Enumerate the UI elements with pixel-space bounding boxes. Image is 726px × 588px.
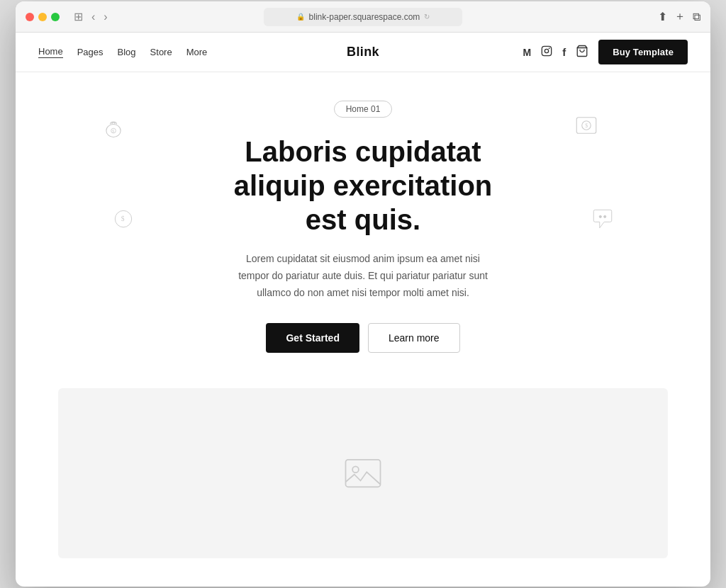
refresh-icon[interactable]: ↻ [424,13,430,21]
buy-template-button[interactable]: Buy Template [598,40,688,64]
svg-point-13 [604,216,606,218]
hero-tag: Home 01 [334,101,393,118]
nav-link-home[interactable]: Home [38,46,63,58]
minimize-button[interactable] [38,13,47,21]
nav-link-store[interactable]: Store [150,47,172,57]
svg-text:$: $ [112,129,114,133]
lock-icon: 🔒 [296,13,305,21]
image-placeholder [343,453,383,493]
money-bag-icon-topleft: $ [101,115,126,144]
medium-icon[interactable]: M [523,47,531,58]
facebook-icon[interactable]: f [562,46,566,58]
titlebar-right-controls: ⬆ ＋ ⧉ [658,9,700,24]
address-bar[interactable]: 🔒 blink-paper.squarespace.com ↻ [264,8,462,26]
browser-window: ⊞ ‹ › 🔒 blink-paper.squarespace.com ↻ ⬆ … [16,1,710,586]
placeholder-icon [343,453,383,493]
brand-title: Blink [347,45,379,60]
svg-point-2 [549,48,549,49]
nav-link-blog[interactable]: Blog [118,47,136,57]
chat-icon-midright [591,207,615,234]
back-button[interactable]: ‹ [89,10,98,24]
hero-section: $ $ $ [16,72,710,388]
nav-link-more[interactable]: More [186,47,208,57]
sidebar-toggle-button[interactable]: ⊞ [71,10,86,24]
hero-description: Lorem cupidatat sit eiusmod anim ipsum e… [235,251,491,301]
coin-circle-icon-midleft: $ [111,207,135,234]
new-tab-button[interactable]: ＋ [674,9,686,24]
traffic-lights [26,13,60,21]
image-placeholder-section [58,388,668,558]
url-text: blink-paper.squarespace.com [309,12,420,22]
svg-point-12 [599,216,601,218]
hero-title: Laboris cupidatat aliquip exercitation e… [221,135,505,237]
navbar: Home Pages Blog Store More Blink M f [16,33,710,72]
get-started-button[interactable]: Get Started [266,323,359,353]
svg-rect-14 [346,459,381,487]
forward-button[interactable]: › [101,10,110,24]
nav-links: Home Pages Blog Store More [38,46,207,58]
nav-right: M f Buy Template [523,40,688,64]
svg-rect-0 [542,47,551,56]
close-button[interactable] [26,13,34,21]
share-button[interactable]: ⬆ [658,10,667,23]
svg-text:$: $ [121,215,125,222]
maximize-button[interactable] [51,13,60,21]
titlebar: ⊞ ‹ › 🔒 blink-paper.squarespace.com ↻ ⬆ … [16,1,710,33]
instagram-icon[interactable] [541,45,552,59]
hero-buttons: Get Started Learn more [38,323,688,353]
cart-icon[interactable] [576,45,588,60]
nav-link-pages[interactable]: Pages [77,47,104,57]
svg-point-1 [544,50,548,53]
svg-text:$: $ [585,123,588,129]
windows-button[interactable]: ⧉ [693,11,700,23]
coin-icon-topright: $ [572,111,601,143]
main-content: $ $ $ [16,72,710,558]
svg-point-15 [352,466,359,473]
nav-controls: ⊞ ‹ › [71,10,111,24]
learn-more-button[interactable]: Learn more [368,323,460,353]
